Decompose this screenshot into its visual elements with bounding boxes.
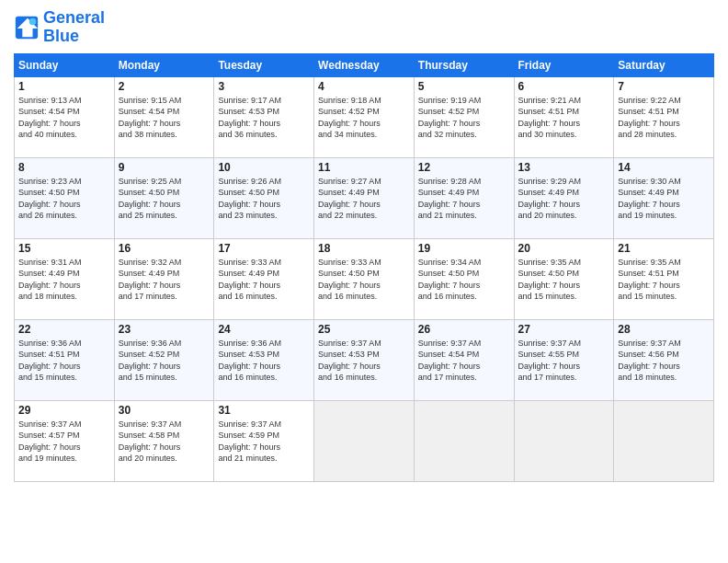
calendar-body: 1Sunrise: 9:13 AM Sunset: 4:54 PM Daylig… xyxy=(15,76,714,481)
day-number: 3 xyxy=(218,80,310,93)
day-info: Sunrise: 9:37 AM Sunset: 4:58 PM Dayligh… xyxy=(119,419,210,465)
calendar-cell: 18Sunrise: 9:33 AM Sunset: 4:50 PM Dayli… xyxy=(314,238,415,319)
day-number: 31 xyxy=(218,404,310,417)
day-info: Sunrise: 9:37 AM Sunset: 4:57 PM Dayligh… xyxy=(18,419,110,465)
calendar-cell xyxy=(614,400,714,481)
calendar-cell: 10Sunrise: 9:26 AM Sunset: 4:50 PM Dayli… xyxy=(214,157,314,238)
day-number: 15 xyxy=(18,242,110,255)
logo-text: General Blue xyxy=(43,9,105,46)
calendar-cell: 23Sunrise: 9:36 AM Sunset: 4:52 PM Dayli… xyxy=(114,319,214,400)
day-info: Sunrise: 9:21 AM Sunset: 4:51 PM Dayligh… xyxy=(518,95,610,141)
logo-blue: Blue xyxy=(43,28,105,46)
calendar-cell: 11Sunrise: 9:27 AM Sunset: 4:49 PM Dayli… xyxy=(314,157,415,238)
day-info: Sunrise: 9:37 AM Sunset: 4:59 PM Dayligh… xyxy=(218,419,310,465)
day-info: Sunrise: 9:13 AM Sunset: 4:54 PM Dayligh… xyxy=(18,95,110,141)
day-number: 22 xyxy=(18,323,110,336)
day-info: Sunrise: 9:22 AM Sunset: 4:51 PM Dayligh… xyxy=(618,95,710,141)
day-number: 2 xyxy=(119,80,210,93)
day-info: Sunrise: 9:25 AM Sunset: 4:50 PM Dayligh… xyxy=(119,176,210,222)
calendar-header: SundayMondayTuesdayWednesdayThursdayFrid… xyxy=(15,53,714,76)
day-number: 9 xyxy=(119,161,210,174)
calendar-cell: 29Sunrise: 9:37 AM Sunset: 4:57 PM Dayli… xyxy=(15,400,115,481)
day-info: Sunrise: 9:15 AM Sunset: 4:54 PM Dayligh… xyxy=(119,95,210,141)
calendar-cell: 27Sunrise: 9:37 AM Sunset: 4:55 PM Dayli… xyxy=(514,319,614,400)
logo-icon xyxy=(14,15,40,40)
calendar-cell xyxy=(314,400,415,481)
day-number: 12 xyxy=(418,161,510,174)
day-info: Sunrise: 9:31 AM Sunset: 4:49 PM Dayligh… xyxy=(18,257,110,303)
calendar-cell: 1Sunrise: 9:13 AM Sunset: 4:54 PM Daylig… xyxy=(15,76,115,157)
calendar-cell: 26Sunrise: 9:37 AM Sunset: 4:54 PM Dayli… xyxy=(414,319,514,400)
day-number: 21 xyxy=(618,242,710,255)
day-number: 25 xyxy=(318,323,410,336)
calendar-cell: 15Sunrise: 9:31 AM Sunset: 4:49 PM Dayli… xyxy=(15,238,115,319)
day-number: 10 xyxy=(218,161,310,174)
day-info: Sunrise: 9:37 AM Sunset: 4:55 PM Dayligh… xyxy=(518,338,610,384)
day-info: Sunrise: 9:35 AM Sunset: 4:51 PM Dayligh… xyxy=(618,257,710,303)
day-info: Sunrise: 9:35 AM Sunset: 4:50 PM Dayligh… xyxy=(518,257,610,303)
day-number: 19 xyxy=(418,242,510,255)
logo: General Blue xyxy=(14,9,105,46)
day-info: Sunrise: 9:28 AM Sunset: 4:49 PM Dayligh… xyxy=(418,176,510,222)
calendar-week-3: 15Sunrise: 9:31 AM Sunset: 4:49 PM Dayli… xyxy=(15,238,714,319)
calendar-cell: 12Sunrise: 9:28 AM Sunset: 4:49 PM Dayli… xyxy=(414,157,514,238)
calendar-cell: 3Sunrise: 9:17 AM Sunset: 4:53 PM Daylig… xyxy=(214,76,314,157)
calendar-week-4: 22Sunrise: 9:36 AM Sunset: 4:51 PM Dayli… xyxy=(15,319,714,400)
calendar-cell: 21Sunrise: 9:35 AM Sunset: 4:51 PM Dayli… xyxy=(614,238,714,319)
weekday-header-thursday: Thursday xyxy=(414,53,514,76)
calendar-cell: 31Sunrise: 9:37 AM Sunset: 4:59 PM Dayli… xyxy=(214,400,314,481)
header: General Blue xyxy=(14,9,714,46)
calendar-cell: 16Sunrise: 9:32 AM Sunset: 4:49 PM Dayli… xyxy=(114,238,214,319)
day-number: 1 xyxy=(18,80,110,93)
weekday-header-tuesday: Tuesday xyxy=(214,53,314,76)
day-info: Sunrise: 9:23 AM Sunset: 4:50 PM Dayligh… xyxy=(18,176,110,222)
day-info: Sunrise: 9:36 AM Sunset: 4:53 PM Dayligh… xyxy=(218,338,310,384)
day-info: Sunrise: 9:32 AM Sunset: 4:49 PM Dayligh… xyxy=(119,257,210,303)
calendar-week-2: 8Sunrise: 9:23 AM Sunset: 4:50 PM Daylig… xyxy=(15,157,714,238)
day-info: Sunrise: 9:33 AM Sunset: 4:49 PM Dayligh… xyxy=(218,257,310,303)
calendar-week-1: 1Sunrise: 9:13 AM Sunset: 4:54 PM Daylig… xyxy=(15,76,714,157)
day-info: Sunrise: 9:37 AM Sunset: 4:56 PM Dayligh… xyxy=(618,338,710,384)
day-number: 7 xyxy=(618,80,710,93)
calendar-cell: 13Sunrise: 9:29 AM Sunset: 4:49 PM Dayli… xyxy=(514,157,614,238)
day-number: 17 xyxy=(218,242,310,255)
day-number: 4 xyxy=(318,80,410,93)
day-number: 20 xyxy=(518,242,610,255)
day-number: 26 xyxy=(418,323,510,336)
day-info: Sunrise: 9:30 AM Sunset: 4:49 PM Dayligh… xyxy=(618,176,710,222)
calendar-cell: 6Sunrise: 9:21 AM Sunset: 4:51 PM Daylig… xyxy=(514,76,614,157)
weekday-header-monday: Monday xyxy=(114,53,214,76)
day-info: Sunrise: 9:26 AM Sunset: 4:50 PM Dayligh… xyxy=(218,176,310,222)
day-number: 11 xyxy=(318,161,410,174)
calendar-cell: 5Sunrise: 9:19 AM Sunset: 4:52 PM Daylig… xyxy=(414,76,514,157)
main-container: General Blue SundayMondayTuesdayWednesda… xyxy=(0,0,728,563)
calendar-cell xyxy=(514,400,614,481)
day-number: 29 xyxy=(18,404,110,417)
day-info: Sunrise: 9:36 AM Sunset: 4:51 PM Dayligh… xyxy=(18,338,110,384)
day-number: 24 xyxy=(218,323,310,336)
weekday-header-saturday: Saturday xyxy=(614,53,714,76)
weekday-header-row: SundayMondayTuesdayWednesdayThursdayFrid… xyxy=(15,53,714,76)
weekday-header-sunday: Sunday xyxy=(15,53,115,76)
calendar-cell: 14Sunrise: 9:30 AM Sunset: 4:49 PM Dayli… xyxy=(614,157,714,238)
calendar-cell: 20Sunrise: 9:35 AM Sunset: 4:50 PM Dayli… xyxy=(514,238,614,319)
day-info: Sunrise: 9:33 AM Sunset: 4:50 PM Dayligh… xyxy=(318,257,410,303)
day-number: 23 xyxy=(119,323,210,336)
calendar-week-5: 29Sunrise: 9:37 AM Sunset: 4:57 PM Dayli… xyxy=(15,400,714,481)
calendar-cell xyxy=(414,400,514,481)
day-info: Sunrise: 9:37 AM Sunset: 4:54 PM Dayligh… xyxy=(418,338,510,384)
day-number: 28 xyxy=(618,323,710,336)
calendar-cell: 22Sunrise: 9:36 AM Sunset: 4:51 PM Dayli… xyxy=(15,319,115,400)
day-number: 6 xyxy=(518,80,610,93)
day-info: Sunrise: 9:36 AM Sunset: 4:52 PM Dayligh… xyxy=(119,338,210,384)
day-info: Sunrise: 9:17 AM Sunset: 4:53 PM Dayligh… xyxy=(218,95,310,141)
day-number: 5 xyxy=(418,80,510,93)
day-number: 14 xyxy=(618,161,710,174)
day-number: 16 xyxy=(119,242,210,255)
calendar-cell: 24Sunrise: 9:36 AM Sunset: 4:53 PM Dayli… xyxy=(214,319,314,400)
day-number: 13 xyxy=(518,161,610,174)
day-info: Sunrise: 9:19 AM Sunset: 4:52 PM Dayligh… xyxy=(418,95,510,141)
svg-point-2 xyxy=(29,18,36,25)
calendar-cell: 30Sunrise: 9:37 AM Sunset: 4:58 PM Dayli… xyxy=(114,400,214,481)
calendar-table: SundayMondayTuesdayWednesdayThursdayFrid… xyxy=(14,53,714,482)
